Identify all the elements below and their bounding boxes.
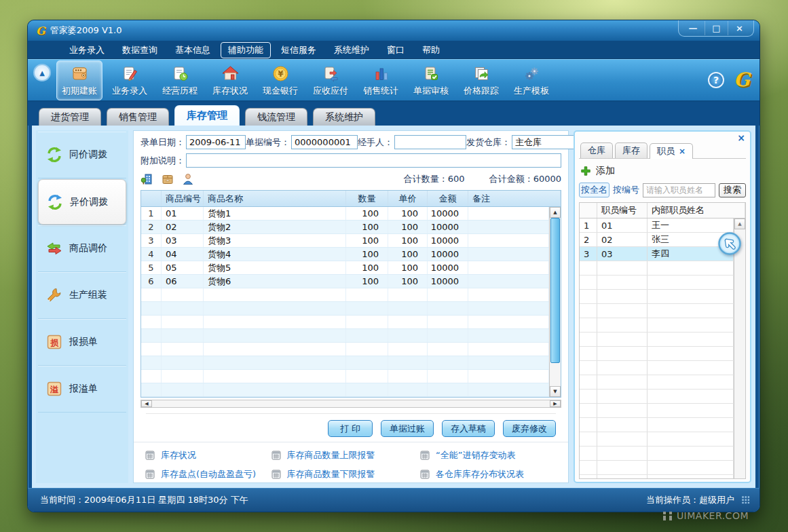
report-link-6[interactable]: 各仓库库存分布状况表 bbox=[419, 468, 557, 480]
filter-by-fullname[interactable]: 按全名 bbox=[579, 183, 609, 197]
table-row[interactable] bbox=[141, 343, 549, 356]
report-link-4[interactable]: 库存盘点(自动盘盈盘亏) bbox=[145, 468, 265, 480]
print-button[interactable]: 打 印 bbox=[328, 420, 373, 437]
sidebar-item-2[interactable]: 异价调拨 bbox=[38, 179, 126, 225]
menu-item-1[interactable]: 业务录入 bbox=[62, 42, 112, 58]
toolbar-button-9[interactable]: 价格跟踪 bbox=[458, 60, 504, 100]
table-row[interactable] bbox=[141, 316, 549, 329]
lookup-tab-1[interactable]: 仓库 bbox=[580, 142, 613, 158]
discard-changes-button[interactable]: 废弃修改 bbox=[503, 420, 556, 437]
toolbar-button-2[interactable]: 业务录入 bbox=[107, 60, 153, 100]
filter-by-code[interactable]: 按编号 bbox=[613, 184, 639, 196]
table-row[interactable]: 101货物110010010000 bbox=[141, 207, 549, 221]
search-input[interactable] bbox=[643, 183, 715, 197]
lookup-tab-2[interactable]: 库存 bbox=[615, 142, 648, 158]
toolbar-button-4[interactable]: 库存状况 bbox=[207, 60, 253, 100]
column-header-7[interactable]: 备注 bbox=[468, 191, 561, 206]
table-row[interactable]: 404货物410010010000 bbox=[141, 248, 549, 261]
package-icon[interactable] bbox=[161, 172, 174, 186]
scroll-left-icon[interactable]: ◀ bbox=[141, 400, 152, 407]
minimize-button[interactable]: — bbox=[681, 21, 705, 35]
post-voucher-button[interactable]: 单据过账 bbox=[381, 420, 434, 437]
search-button[interactable]: 搜索 bbox=[719, 183, 746, 197]
table-row[interactable]: 505货物510010010000 bbox=[141, 261, 549, 275]
staff-row[interactable] bbox=[580, 361, 734, 375]
staff-column-header-3[interactable]: 内部职员姓名 bbox=[648, 203, 745, 218]
staff-row[interactable] bbox=[580, 332, 734, 347]
note-input[interactable] bbox=[186, 153, 561, 168]
help-icon[interactable]: ? bbox=[708, 72, 724, 88]
close-button[interactable]: × bbox=[728, 21, 751, 35]
form-field-input[interactable] bbox=[186, 135, 246, 149]
report-link-5[interactable]: 库存商品数量下限报警 bbox=[271, 468, 414, 480]
staff-row[interactable] bbox=[580, 404, 734, 418]
column-header-3[interactable]: 商品名称 bbox=[204, 191, 346, 206]
toolbar-button-8[interactable]: 单据审核 bbox=[408, 60, 454, 100]
staff-row[interactable] bbox=[580, 290, 734, 304]
panel-close-icon[interactable]: × bbox=[737, 132, 745, 144]
staff-row[interactable] bbox=[580, 390, 734, 404]
table-row[interactable] bbox=[141, 383, 549, 397]
staff-row[interactable] bbox=[580, 375, 734, 390]
staff-row[interactable]: 101王一 bbox=[580, 218, 734, 233]
staff-row[interactable] bbox=[580, 475, 734, 479]
staff-column-header-2[interactable]: 职员编号 bbox=[597, 203, 648, 218]
staff-row[interactable] bbox=[580, 304, 734, 318]
scroll-down-icon[interactable]: ▼ bbox=[734, 478, 745, 479]
menu-item-7[interactable]: 窗口 bbox=[379, 42, 412, 58]
sidebar-item-4[interactable]: 生产组装 bbox=[38, 272, 126, 319]
staff-row[interactable] bbox=[580, 261, 734, 276]
resize-grip[interactable] bbox=[741, 495, 750, 504]
toolbar-button-3[interactable]: 经营历程 bbox=[157, 60, 203, 100]
sidebar-item-5[interactable]: 损报损单 bbox=[38, 319, 126, 366]
column-header-2[interactable]: 商品编号 bbox=[162, 191, 204, 206]
table-row[interactable]: 303货物310010010000 bbox=[141, 234, 549, 248]
staff-row[interactable] bbox=[580, 432, 734, 446]
staff-row[interactable]: 303李四 bbox=[580, 247, 734, 261]
staff-row[interactable]: 202张三 bbox=[580, 233, 734, 247]
scroll-down-icon[interactable]: ▼ bbox=[550, 386, 561, 397]
table-row[interactable] bbox=[141, 288, 549, 302]
sidebar-item-3[interactable]: 商品调价 bbox=[38, 225, 126, 272]
save-draft-button[interactable]: 存入草稿 bbox=[442, 420, 495, 437]
horizontal-scrollbar[interactable]: ◀ ▶ bbox=[140, 400, 561, 408]
table-row[interactable] bbox=[141, 329, 549, 343]
staff-row[interactable] bbox=[580, 347, 734, 361]
staff-row[interactable] bbox=[580, 461, 734, 475]
scroll-up-icon[interactable]: ▲ bbox=[734, 218, 745, 229]
staff-row[interactable] bbox=[580, 446, 734, 461]
tab-5[interactable]: 系统维护 bbox=[313, 108, 375, 126]
toolbar-button-5[interactable]: ¥现金银行 bbox=[257, 60, 303, 100]
table-row[interactable] bbox=[141, 302, 549, 316]
tab-2[interactable]: 销售管理 bbox=[107, 108, 169, 126]
column-header-5[interactable]: 单价 bbox=[388, 191, 428, 206]
tab-1[interactable]: 进货管理 bbox=[39, 108, 101, 126]
menu-item-3[interactable]: 基本信息 bbox=[168, 42, 218, 58]
scrollbar-thumb[interactable] bbox=[550, 218, 560, 363]
sidebar-item-1[interactable]: 同价调拨 bbox=[38, 132, 126, 178]
tab-3[interactable]: 库存管理 bbox=[174, 105, 240, 126]
staff-row[interactable] bbox=[580, 318, 734, 332]
collapse-toolbar-button[interactable]: ▲ bbox=[33, 64, 51, 81]
toolbar-button-1[interactable]: 初期建账 bbox=[56, 60, 102, 100]
staff-row[interactable] bbox=[580, 276, 734, 290]
sidebar-item-6[interactable]: 溢报溢单 bbox=[38, 366, 126, 413]
toolbar-button-10[interactable]: 生产模板 bbox=[508, 60, 555, 100]
person-icon[interactable] bbox=[181, 172, 195, 186]
menu-item-4[interactable]: 辅助功能 bbox=[221, 42, 271, 58]
tab-close-icon[interactable]: × bbox=[679, 147, 686, 156]
report-link-2[interactable]: 库存商品数量上限报警 bbox=[271, 449, 414, 461]
table-row[interactable] bbox=[141, 356, 549, 370]
tab-4[interactable]: 钱流管理 bbox=[245, 108, 307, 126]
column-header-1[interactable] bbox=[141, 191, 162, 206]
column-header-4[interactable]: 数量 bbox=[346, 191, 388, 206]
form-field-input[interactable] bbox=[291, 135, 358, 149]
staff-row[interactable] bbox=[580, 418, 734, 432]
table-row[interactable] bbox=[141, 370, 549, 383]
table-row[interactable]: 202货物210010010000 bbox=[141, 221, 549, 234]
toolbar-button-6[interactable]: 应收应付 bbox=[307, 60, 354, 100]
toolbar-button-7[interactable]: 销售统计 bbox=[358, 60, 404, 100]
menu-item-6[interactable]: 系统维护 bbox=[326, 42, 377, 58]
add-button[interactable]: 添加 bbox=[580, 165, 745, 177]
menu-item-5[interactable]: 短信服务 bbox=[274, 42, 324, 58]
